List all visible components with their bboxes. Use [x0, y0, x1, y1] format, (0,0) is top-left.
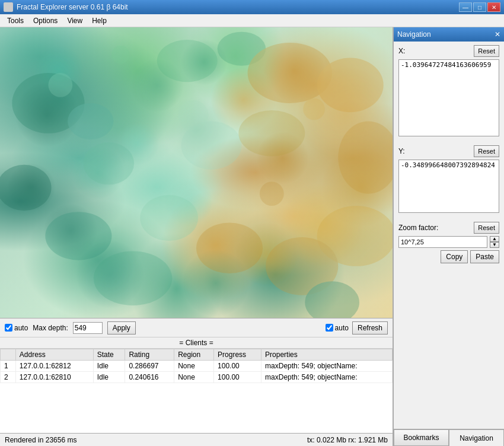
col-rating: Rating: [125, 349, 174, 361]
zoom-section: Zoom factor: Reset ▲ ▼ Copy Paste: [394, 218, 504, 270]
status-bar: Rendered in 23656 ms tx: 0.022 Mb rx: 1.…: [0, 433, 393, 446]
y-label: Y:: [398, 147, 405, 155]
y-reset-button[interactable]: Reset: [474, 145, 499, 157]
svg-point-16: [68, 103, 113, 139]
menu-help[interactable]: Help: [87, 15, 111, 26]
col-properties: Properties: [261, 349, 393, 361]
right-auto-controls: auto Refresh: [326, 321, 388, 334]
paste-button[interactable]: Paste: [470, 250, 499, 263]
zoom-spin-down[interactable]: ▼: [490, 242, 499, 248]
x-section: X: Reset: [394, 42, 504, 142]
max-depth-label: Max depth:: [33, 324, 68, 332]
menu-tools[interactable]: Tools: [2, 15, 28, 26]
svg-point-3: [94, 251, 172, 305]
auto-checkbox[interactable]: [5, 324, 12, 332]
window-title: Fractal Explorer server 0.61 β 64bit: [17, 3, 128, 11]
svg-point-2: [45, 212, 111, 260]
svg-point-4: [157, 40, 218, 82]
clients-table: Address State Rating Region Progress Pro…: [0, 349, 393, 383]
clients-header-text: = Clients =: [179, 339, 213, 347]
minimize-button[interactable]: —: [459, 2, 472, 12]
auto-label: auto: [14, 324, 28, 332]
copy-button[interactable]: Copy: [441, 250, 468, 263]
col-id: [1, 349, 16, 361]
bookmarks-tab[interactable]: Bookmarks: [394, 429, 449, 446]
svg-point-21: [260, 181, 284, 206]
svg-point-22: [303, 98, 325, 120]
zoom-spin-up[interactable]: ▲: [490, 236, 499, 242]
zoom-reset-button[interactable]: Reset: [474, 222, 499, 234]
svg-point-20: [178, 100, 208, 130]
cell-rating: 0.286697: [125, 361, 174, 372]
nav-footer-tabs: Bookmarks Navigation: [394, 429, 504, 446]
menu-view[interactable]: View: [62, 15, 87, 26]
svg-point-18: [48, 73, 72, 97]
close-button[interactable]: ✕: [487, 2, 500, 12]
svg-point-12: [140, 195, 198, 241]
auto-checkbox2-label[interactable]: auto: [326, 324, 349, 332]
title-bar-controls: — □ ✕: [459, 2, 500, 12]
auto-checkbox-label[interactable]: auto: [5, 324, 28, 332]
title-bar: Fractal Explorer server 0.61 β 64bit — □…: [0, 0, 504, 14]
navigation-tab[interactable]: Navigation: [449, 429, 504, 446]
cell-id: 2: [1, 372, 16, 383]
maximize-button[interactable]: □: [473, 2, 486, 12]
menu-options[interactable]: Options: [28, 15, 62, 26]
y-value-textarea[interactable]: [398, 160, 499, 213]
table-row[interactable]: 1 127.0.0.1:62812 Idle 0.286697 None 100…: [1, 361, 393, 372]
cell-progress: 100.00: [214, 361, 261, 372]
cell-rating: 0.240616: [125, 372, 174, 383]
svg-point-15: [238, 110, 305, 156]
col-progress: Progress: [214, 349, 261, 361]
status-right: tx: 0.022 Mb rx: 1.921 Mb: [307, 436, 388, 444]
svg-point-13: [84, 142, 135, 184]
cell-region: None: [174, 372, 214, 383]
auto-checkbox2[interactable]: [326, 324, 333, 332]
nav-panel-header: Navigation ✕: [394, 27, 504, 42]
clients-table-container[interactable]: Address State Rating Region Progress Pro…: [0, 348, 393, 433]
col-state: State: [93, 349, 125, 361]
nav-close-button[interactable]: ✕: [495, 30, 500, 39]
status-left: Rendered in 23656 ms: [5, 436, 76, 444]
apply-button[interactable]: Apply: [107, 321, 136, 334]
cell-address: 127.0.0.1:62812: [15, 361, 93, 372]
table-header-row: Address State Rating Region Progress Pro…: [1, 349, 393, 361]
menu-bar: Tools Options View Help: [0, 14, 504, 27]
x-label-row: X: Reset: [398, 45, 499, 57]
clients-header: = Clients =: [0, 337, 393, 348]
col-region: Region: [174, 349, 214, 361]
title-bar-left: Fractal Explorer server 0.61 β 64bit: [4, 2, 128, 12]
main-layout: auto Max depth: Apply auto Refresh = Cli…: [0, 27, 504, 446]
zoom-label-row: Zoom factor: Reset: [398, 222, 499, 234]
fractal-svg: [0, 27, 393, 318]
zoom-input[interactable]: [398, 236, 487, 248]
fractal-display: [0, 27, 393, 318]
cell-address: 127.0.0.1:62810: [15, 372, 93, 383]
x-value-textarea[interactable]: [398, 59, 499, 136]
nav-title: Navigation: [397, 30, 431, 39]
cell-id: 1: [1, 361, 16, 372]
max-depth-input[interactable]: [73, 322, 103, 334]
x-reset-button[interactable]: Reset: [474, 45, 499, 57]
y-section: Y: Reset: [394, 142, 504, 218]
bottom-controls: auto Max depth: Apply auto Refresh: [0, 318, 393, 337]
table-row[interactable]: 2 127.0.0.1:62810 Idle 0.240616 None 100…: [1, 372, 393, 383]
y-label-row: Y: Reset: [398, 145, 499, 157]
cell-state: Idle: [93, 372, 125, 383]
svg-point-8: [338, 121, 393, 193]
svg-point-1: [0, 165, 52, 211]
cell-region: None: [174, 361, 214, 372]
zoom-spinner: ▲ ▼: [490, 236, 499, 248]
cell-progress: 100.00: [214, 372, 261, 383]
cell-properties: maxDepth: 549; objectName:: [261, 361, 393, 372]
navigation-panel: Navigation ✕ X: Reset Y: Reset Zoom fact…: [393, 27, 504, 446]
clients-tbody: 1 127.0.0.1:62812 Idle 0.286697 None 100…: [1, 361, 393, 383]
svg-point-19: [111, 46, 130, 64]
fractal-canvas: [0, 27, 393, 318]
x-label: X:: [398, 47, 405, 55]
cell-state: Idle: [93, 361, 125, 372]
left-panel: auto Max depth: Apply auto Refresh = Cli…: [0, 27, 393, 446]
refresh-button[interactable]: Refresh: [352, 321, 388, 334]
auto-label2: auto: [335, 324, 349, 332]
svg-point-7: [317, 58, 384, 112]
